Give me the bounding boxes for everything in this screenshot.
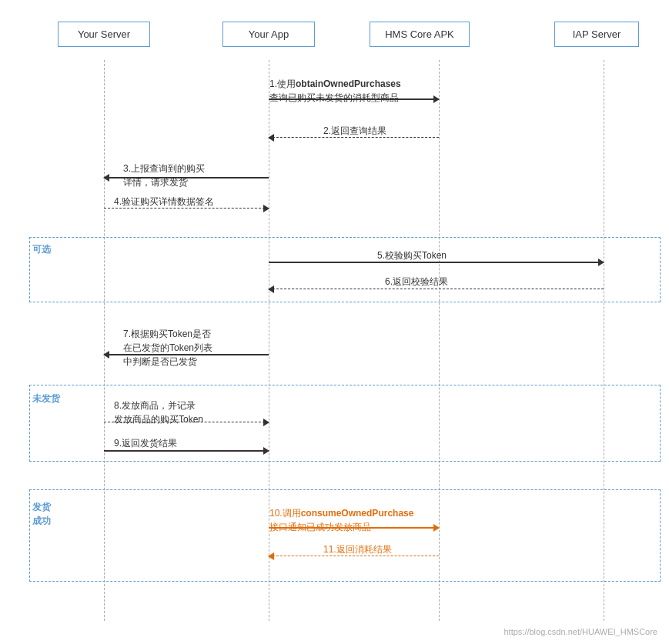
msg2-label: 2.返回查询结果 [323,125,386,138]
section-optional-label: 可选 [32,243,51,256]
diagram-container: Your Server Your App HMS Core APK IAP Se… [0,0,669,644]
section-optional [29,237,661,302]
msg4-label: 4.验证购买详情数据签名 [114,195,214,209]
msg6-label: 6.返回校验结果 [385,275,448,289]
msg11-label: 11.返回消耗结果 [323,543,392,556]
msg3-label: 3.上报查询到的购买详情，请求发货 [123,162,205,189]
actor-hms-label: HMS Core APK [385,28,454,40]
msg1-label: 1.使用obtainOwnedPurchases 查询已购买未发货的消耗型商品 [269,77,401,105]
arrow-msg9 [104,450,269,452]
section-shipped [29,489,661,582]
actor-iap: IAP Server [554,22,639,47]
msg10-label: 10.调用consumeOwnedPurchase 接口通知已成功发放商品 [269,506,413,534]
actor-app-label: Your App [249,28,289,40]
arrow-msg6 [269,289,604,289]
actor-hms: HMS Core APK [370,22,470,47]
section-shipped-label: 发货成功 [32,500,51,528]
msg5-label: 5.校验购买Token [377,249,447,262]
watermark: https://blog.csdn.net/HUAWEI_HMSCore [503,627,657,636]
msg7-label: 7.根据购买Token是否在已发货的Token列表中判断是否已发货 [123,327,212,369]
actor-app: Your App [222,22,315,47]
msg8-label: 8.发放商品，并记录发放商品的购买Token [114,399,203,426]
msg9-label: 9.返回发货结果 [114,437,177,450]
actor-server-label: Your Server [78,28,130,40]
section-unshipped-label: 未发货 [32,392,60,405]
actor-iap-label: IAP Server [573,28,621,40]
actor-server: Your Server [58,22,150,47]
